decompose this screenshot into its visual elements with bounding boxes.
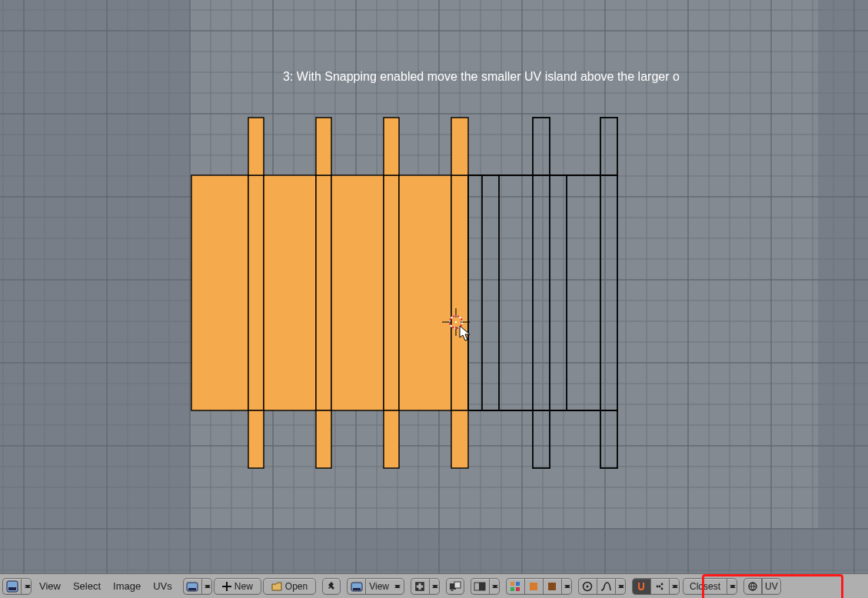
snap-element-dropdown[interactable] [669,578,680,595]
new-image-button[interactable]: New [214,578,261,595]
svg-rect-92 [316,175,331,410]
snap-toggle-button[interactable] [632,578,650,595]
menu-image[interactable]: Image [107,578,147,595]
select-mode-button[interactable] [471,578,489,595]
svg-rect-145 [530,583,537,590]
mouse-pointer-icon [459,325,474,342]
svg-rect-89 [191,175,248,410]
svg-rect-140 [479,583,485,590]
snap-element-button[interactable] [650,578,669,595]
svg-rect-90 [248,175,264,410]
draw-type-dropdown[interactable] [429,578,440,595]
sync-selection-button[interactable] [446,578,464,595]
svg-point-150 [661,583,663,585]
svg-rect-116 [600,118,617,175]
snap-target-dropdown[interactable] [727,578,737,595]
svg-rect-131 [353,588,361,590]
sticky-select-dropdown[interactable] [561,578,572,595]
open-label: Open [285,581,308,592]
snap-target-selector[interactable]: Closest [683,578,727,595]
menu-view[interactable]: View [33,578,67,595]
image-browse-dropdown[interactable] [201,578,212,595]
svg-rect-146 [548,583,556,590]
svg-rect-118 [600,410,617,468]
snap-target-label: Closest [690,581,720,592]
svg-point-136 [421,587,424,590]
svg-rect-142 [516,582,520,586]
uv-editor-viewport[interactable]: 3: With Snapping enabled move the smalle… [0,0,868,573]
svg-rect-93 [331,175,384,410]
svg-point-133 [417,583,419,585]
overlay-caption: 3: With Snapping enabled move the smalle… [283,70,680,84]
svg-rect-98 [316,118,331,175]
svg-point-151 [661,587,663,590]
svg-rect-101 [248,410,264,468]
svg-rect-99 [384,118,399,175]
editor-type-selector[interactable] [2,578,21,595]
svg-rect-96 [451,175,468,410]
svg-rect-91 [264,175,316,410]
proportional-dropdown[interactable] [615,578,626,595]
svg-rect-94 [384,175,399,410]
svg-rect-117 [533,410,550,468]
pin-button[interactable] [322,578,341,595]
sticky-select-edge[interactable] [524,578,543,595]
svg-rect-115 [533,118,550,175]
menu-select[interactable]: Select [67,578,107,595]
uv-islands[interactable] [0,0,868,573]
svg-rect-95 [399,175,451,410]
svg-rect-144 [516,587,520,591]
menu-uvs[interactable]: UVs [147,578,178,595]
svg-rect-141 [510,582,514,586]
svg-point-152 [659,585,661,587]
proportional-edit-button[interactable] [578,578,597,595]
svg-rect-97 [248,118,264,175]
uv-map-label[interactable]: UV [762,578,781,595]
sticky-select-face[interactable] [543,578,561,595]
svg-rect-103 [384,410,399,468]
svg-point-135 [417,587,419,590]
svg-point-134 [421,583,424,585]
view-label-2: View [369,581,389,592]
svg-rect-143 [510,587,514,591]
open-image-button[interactable]: Open [263,578,316,595]
new-label: New [234,581,253,592]
svg-rect-138 [454,582,461,588]
image-browse-button[interactable] [183,578,201,595]
uv-map-selector-icon[interactable] [743,578,762,595]
pivot-selector[interactable] [347,578,365,595]
draw-type-button[interactable] [411,578,429,595]
sticky-select-vertex[interactable] [506,578,524,595]
editor-type-dropdown[interactable] [21,578,32,595]
svg-rect-102 [316,410,331,468]
uv-editor-header: View Select Image UVs New Open View [0,573,868,598]
svg-rect-127 [8,587,16,590]
select-mode-dropdown[interactable] [489,578,500,595]
pivot-selector-menu[interactable]: View [365,578,404,595]
svg-point-148 [587,585,589,587]
svg-point-149 [657,585,659,587]
proportional-falloff-button[interactable] [597,578,615,595]
svg-rect-129 [188,588,196,590]
svg-rect-100 [451,118,468,175]
svg-rect-104 [451,410,468,468]
